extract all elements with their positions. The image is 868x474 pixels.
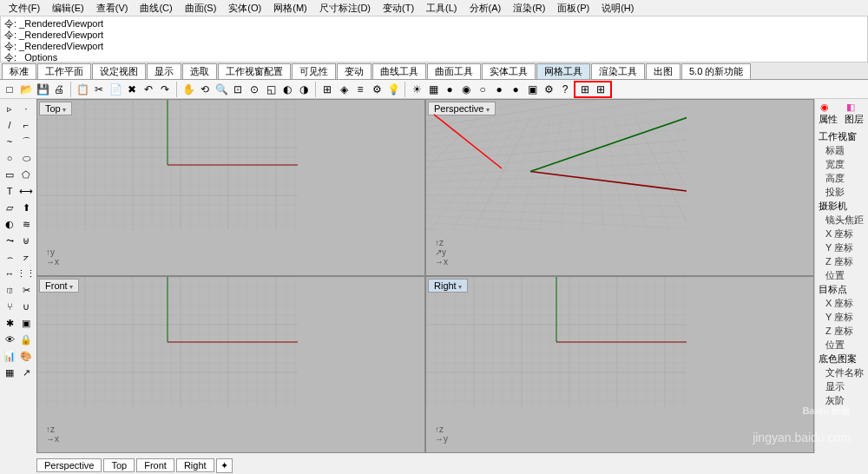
array-icon[interactable]: ⋮⋮: [18, 266, 34, 281]
property-item[interactable]: 灰阶: [817, 394, 866, 407]
property-item[interactable]: 高度: [817, 172, 866, 185]
zoom-selected-icon[interactable]: ⊙: [247, 82, 262, 97]
ribbon-tab[interactable]: 变动: [337, 63, 372, 79]
chamfer-icon[interactable]: ⦢: [18, 249, 34, 265]
zoom-extents-icon[interactable]: ⊡: [230, 82, 246, 97]
previous-icon[interactable]: ◐: [279, 82, 295, 97]
ribbon-tab[interactable]: 可见性: [292, 63, 336, 79]
viewport-right[interactable]: Right ↑z→y: [426, 277, 813, 452]
property-item[interactable]: 标题: [817, 144, 866, 157]
sun-icon[interactable]: ☀: [409, 82, 424, 97]
menu-item[interactable]: 分析(A): [464, 2, 507, 15]
print-icon[interactable]: 🖨: [51, 82, 67, 97]
viewport-top[interactable]: Top ↑y→x: [37, 100, 424, 275]
ground-icon[interactable]: ▦: [425, 82, 441, 97]
ribbon-tab[interactable]: 5.0 的新功能: [681, 63, 751, 79]
add-viewport-tab[interactable]: ✦: [216, 458, 233, 473]
rotate-icon[interactable]: ⟲: [197, 82, 213, 97]
open-icon[interactable]: 📂: [18, 82, 34, 97]
surface-icon[interactable]: ▱: [2, 200, 17, 215]
property-item[interactable]: Y 座标: [817, 311, 866, 324]
viewport-label-perspective[interactable]: Perspective: [428, 102, 496, 115]
menu-item[interactable]: 文件(F): [3, 2, 45, 15]
panel-tab[interactable]: ◧图层: [843, 101, 867, 127]
property-item[interactable]: 文件名称: [817, 366, 866, 379]
fillet-icon[interactable]: ⌢: [2, 249, 17, 265]
hide-icon[interactable]: 👁: [2, 332, 17, 347]
menu-item[interactable]: 编辑(E): [47, 2, 89, 15]
save-icon[interactable]: 💾: [35, 82, 50, 97]
lock-icon[interactable]: 🔒: [18, 332, 34, 347]
analyze-icon[interactable]: 📊: [2, 348, 17, 364]
ribbon-tab[interactable]: 选取: [182, 63, 217, 79]
box-icon[interactable]: ▣: [524, 82, 540, 97]
export-icon[interactable]: ↗: [18, 365, 34, 380]
render-icon[interactable]: ●: [442, 82, 457, 97]
paste-icon[interactable]: 📄: [108, 82, 123, 97]
render-icon[interactable]: 🎨: [18, 348, 34, 364]
menu-item[interactable]: 工具(L): [421, 2, 462, 15]
property-item[interactable]: X 座标: [817, 297, 866, 310]
split-icon[interactable]: ⑂: [2, 299, 17, 314]
material-icon[interactable]: ◉: [458, 82, 474, 97]
sphere-icon[interactable]: ●: [491, 82, 507, 97]
menu-item[interactable]: 面板(P): [552, 2, 595, 15]
copy-icon[interactable]: 📋: [75, 82, 90, 97]
pointer-icon[interactable]: ▹: [2, 101, 17, 116]
pan-icon[interactable]: ✋: [181, 82, 196, 97]
help-icon[interactable]: ?: [557, 82, 573, 97]
viewport-label-top[interactable]: Top: [39, 102, 72, 115]
viewport-tab[interactable]: Perspective: [36, 458, 102, 472]
ribbon-tab[interactable]: 工作视窗配置: [218, 63, 291, 79]
delete-icon[interactable]: ✖: [124, 82, 140, 97]
viewport-tab[interactable]: Right: [176, 458, 214, 472]
viewport-tab[interactable]: Front: [136, 458, 174, 472]
panel-tab[interactable]: ◉属性: [817, 101, 841, 127]
menu-item[interactable]: 网格(M): [268, 2, 312, 15]
ribbon-tab[interactable]: 设定视图: [92, 63, 146, 79]
arc-icon[interactable]: ⌒: [18, 134, 34, 149]
ribbon-tab[interactable]: 标准: [2, 63, 36, 79]
sphere2-icon[interactable]: ●: [508, 82, 523, 97]
mirror-icon[interactable]: ⎅: [2, 282, 17, 298]
ribbon-tab[interactable]: 曲线工具: [372, 63, 426, 79]
loft-icon[interactable]: ≋: [18, 216, 34, 232]
menu-item[interactable]: 渲染(R): [508, 2, 550, 15]
set-cplane-icon[interactable]: ⊞: [593, 82, 608, 97]
property-item[interactable]: 镜头焦距: [817, 214, 866, 227]
menu-item[interactable]: 实体(O): [223, 2, 266, 15]
property-item[interactable]: X 座标: [817, 227, 866, 240]
curve-icon[interactable]: ~: [2, 134, 17, 149]
viewport-label-right[interactable]: Right: [428, 279, 468, 293]
property-item[interactable]: 投影: [817, 186, 866, 199]
dim-icon[interactable]: ⟷: [18, 183, 34, 199]
ribbon-tab[interactable]: 实体工具: [482, 63, 536, 79]
named-view-icon[interactable]: ◑: [296, 82, 312, 97]
ribbon-tab[interactable]: 曲面工具: [427, 63, 481, 79]
light-icon[interactable]: 💡: [385, 82, 401, 97]
property-item[interactable]: 位置: [817, 269, 866, 282]
group-icon[interactable]: ▣: [18, 315, 34, 331]
redo-icon[interactable]: ↷: [157, 82, 173, 97]
rect-icon[interactable]: ▭: [2, 167, 17, 182]
cut-icon[interactable]: ✂: [91, 82, 107, 97]
property-item[interactable]: 宽度: [817, 158, 866, 171]
menu-item[interactable]: 曲线(C): [135, 2, 177, 15]
text-icon[interactable]: T: [2, 183, 17, 199]
revolve-icon[interactable]: ◐: [2, 216, 17, 232]
polyline-icon[interactable]: ⌐: [18, 117, 34, 133]
transform-icon[interactable]: ↔: [2, 266, 17, 281]
ribbon-tab[interactable]: 显示: [147, 63, 181, 79]
property-item[interactable]: Z 座标: [817, 325, 866, 338]
join-icon[interactable]: ∪: [18, 299, 34, 314]
circle-icon[interactable]: ○: [2, 150, 17, 166]
new-icon[interactable]: □: [2, 82, 17, 97]
property-item[interactable]: Z 座标: [817, 255, 866, 268]
layer-icon[interactable]: ≡: [352, 82, 368, 97]
menu-item[interactable]: 曲面(S): [180, 2, 222, 15]
ribbon-tab[interactable]: 网格工具: [536, 63, 590, 79]
mesh-icon[interactable]: ▦: [2, 365, 17, 380]
menu-item[interactable]: 尺寸标注(D): [314, 2, 376, 15]
ribbon-tab[interactable]: 工作平面: [37, 63, 91, 79]
properties-icon[interactable]: ⚙: [369, 82, 385, 97]
